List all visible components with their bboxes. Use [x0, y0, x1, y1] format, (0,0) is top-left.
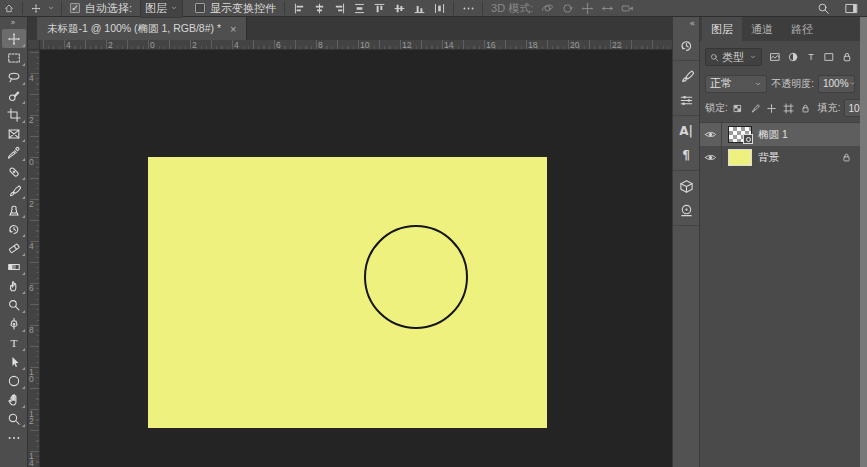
pen-tool[interactable] [2, 314, 26, 333]
move-tool[interactable] [2, 29, 26, 48]
align-top-edges-icon[interactable] [369, 0, 389, 16]
layer-visibility-eye-icon[interactable] [700, 123, 722, 146]
adjustments-panel-icon[interactable] [674, 198, 698, 222]
tab-通道[interactable]: 通道 [742, 17, 782, 41]
layer-filter-type-dropdown[interactable]: 类型 [705, 48, 762, 66]
frame-tool[interactable] [2, 124, 26, 143]
ruler-tick-label: 10 [360, 40, 369, 50]
workspace-switcher-icon[interactable] [841, 1, 861, 17]
dock-scrollbar[interactable] [860, 17, 867, 467]
tool-preset-chevron-icon[interactable] [45, 0, 57, 17]
orbit-3d-icon[interactable] [537, 0, 557, 16]
distribute-horizontal-icon[interactable] [429, 0, 449, 16]
lock-position-icon[interactable] [765, 100, 779, 116]
spot-healing-brush-tool[interactable] [2, 162, 26, 181]
dodge-tool[interactable] [2, 295, 26, 314]
lock-transparent-icon[interactable] [731, 100, 745, 116]
clone-stamp-tool[interactable] [2, 200, 26, 219]
smudge-tool[interactable] [2, 276, 26, 295]
zoom-tool[interactable] [2, 409, 26, 428]
align-horizontal-centers-icon[interactable] [309, 0, 329, 16]
paragraph-panel-icon[interactable]: ¶ [674, 143, 698, 167]
move-tool-icon[interactable] [27, 0, 45, 17]
canvas-viewport[interactable] [40, 50, 672, 467]
document-canvas[interactable] [148, 157, 547, 428]
crop-tool[interactable] [2, 105, 26, 124]
mode-3d-icon-group [537, 0, 637, 16]
ruler-tick-label: 4 [234, 40, 239, 50]
ruler-tick-label: 2 [108, 40, 113, 50]
layer-name[interactable]: 背景 [758, 151, 841, 165]
dock-collapse-icon[interactable]: « [673, 17, 699, 30]
ruler-tick-label: 0 [29, 159, 34, 166]
pan-3d-icon[interactable] [577, 0, 597, 16]
layer-thumbnail[interactable] [728, 126, 752, 143]
align-left-edges-icon[interactable] [289, 0, 309, 16]
ruler-tick-label: 8 [29, 327, 34, 334]
align-icon-group [289, 0, 449, 16]
roll-3d-icon[interactable] [557, 0, 577, 16]
character-panel-icon[interactable]: A| [674, 119, 698, 143]
dock-group: A|¶ [673, 116, 699, 171]
lock-paint-icon[interactable] [748, 100, 762, 116]
document-tab[interactable]: 未标题-1 @ 100% (椭圆 1, RGB/8#) * × [37, 17, 247, 40]
document-tab-bar: 未标题-1 @ 100% (椭圆 1, RGB/8#) * × [28, 17, 672, 40]
align-right-edges-icon[interactable] [329, 0, 349, 16]
home-icon[interactable] [0, 0, 18, 17]
layer-visibility-eye-icon[interactable] [700, 146, 722, 169]
history-brush-tool[interactable] [2, 219, 26, 238]
layer-thumbnail[interactable] [728, 149, 752, 166]
pixel-layer-filter-icon[interactable] [767, 49, 783, 65]
blend-mode-dropdown[interactable]: 正常 [705, 75, 767, 93]
ellipse-tool[interactable] [2, 371, 26, 390]
smart-object-filter-icon[interactable] [839, 49, 855, 65]
chevron-down-icon [754, 80, 762, 88]
type-layer-filter-icon[interactable]: T [803, 49, 819, 65]
lasso-tool[interactable] [2, 67, 26, 86]
ruler-tick-label: 1 4 [29, 453, 34, 467]
blend-mode-value: 正常 [710, 76, 732, 91]
camera-3d-icon[interactable] [617, 0, 637, 16]
toolbar-collapse-icon[interactable]: » [11, 17, 17, 29]
gradient-tool[interactable] [2, 257, 26, 276]
more-tools[interactable] [2, 428, 26, 447]
align-vertical-centers-icon[interactable] [389, 0, 409, 16]
eyedropper-tool[interactable] [2, 143, 26, 162]
ellipsis-icon[interactable] [458, 0, 478, 16]
dock-panel-buttons: A|¶ [673, 30, 699, 226]
layer-row[interactable]: 背景 [700, 146, 860, 169]
ellipse-shape[interactable] [148, 157, 547, 428]
lock-artboard-icon[interactable] [782, 100, 796, 116]
distribute-vertical-icon[interactable] [349, 0, 369, 16]
ruler-tick-label: 2 [192, 40, 197, 50]
search-icon[interactable] [813, 1, 833, 17]
rectangular-marquee-tool[interactable] [2, 48, 26, 67]
eraser-tool[interactable] [2, 238, 26, 257]
close-tab-icon[interactable]: × [230, 23, 236, 35]
checkbox-checked-icon[interactable]: ✓ [70, 3, 80, 13]
checkbox-unchecked-icon[interactable] [195, 3, 205, 13]
tab-图层[interactable]: 图层 [702, 17, 742, 41]
quick-selection-tool[interactable] [2, 86, 26, 105]
adjustment-layer-filter-icon[interactable] [785, 49, 801, 65]
slide-3d-icon[interactable] [597, 0, 617, 16]
auto-select-target-dropdown[interactable]: 图层 [140, 0, 183, 18]
hand-tool[interactable] [2, 390, 26, 409]
history-panel-icon[interactable] [674, 33, 698, 57]
brush-tool[interactable] [2, 181, 26, 200]
opacity-value-field[interactable]: 100% [818, 75, 855, 93]
show-transform-checkbox[interactable]: 显示变换控件 [191, 0, 280, 17]
type-tool[interactable]: T [2, 333, 26, 352]
layer-row[interactable]: 椭圆 1 [700, 123, 860, 146]
path-selection-tool[interactable] [2, 352, 26, 371]
clone-source-panel-icon[interactable] [674, 88, 698, 112]
auto-select-checkbox[interactable]: ✓ 自动选择: [66, 0, 136, 17]
ruler-tick-label: 20 [570, 40, 579, 50]
align-bottom-edges-icon[interactable] [409, 0, 429, 16]
tab-路径[interactable]: 路径 [782, 17, 822, 41]
shape-layer-filter-icon[interactable] [821, 49, 837, 65]
brush-settings-panel-icon[interactable] [674, 64, 698, 88]
layer-name[interactable]: 椭圆 1 [758, 128, 860, 142]
3d-panel-icon[interactable] [674, 174, 698, 198]
lock-all-icon[interactable] [799, 100, 813, 116]
